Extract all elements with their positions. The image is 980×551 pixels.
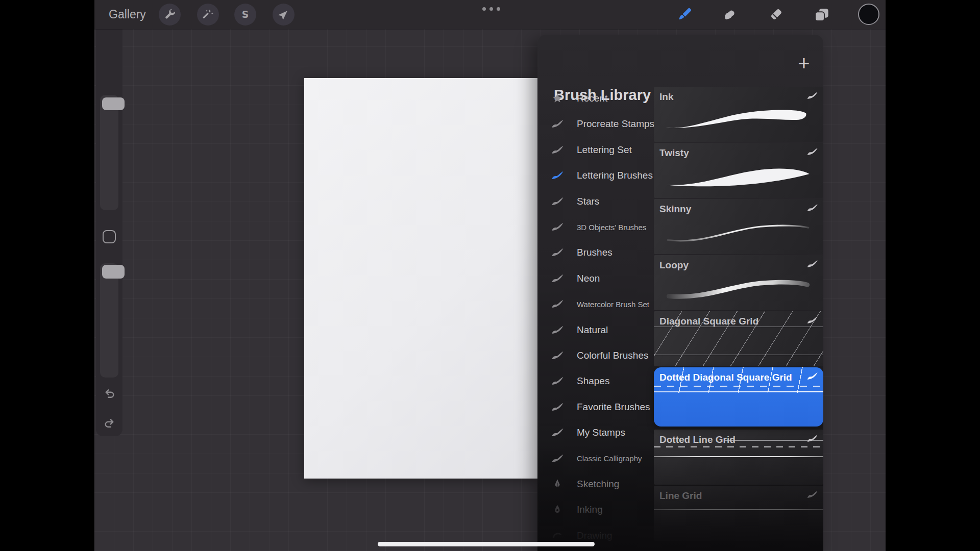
procreate-app: Gallery S [94,0,886,551]
brush-set-label: Favorite Brushes [577,402,650,413]
brush-set-label: My Stamps [577,427,625,438]
brush-set-swoosh-icon [551,298,564,310]
brush-name: Skinny [659,204,691,215]
brush-set-item[interactable]: Watercolor Brush Set [537,291,653,317]
brush-opacity-slider[interactable] [100,263,118,378]
wrench-button[interactable] [159,4,181,26]
pen-nib-icon [551,504,564,516]
brush-swoosh-icon [806,259,818,269]
side-controls [96,29,122,436]
brush-set-label: Lettering Brushes [577,170,653,181]
active-color-swatch[interactable] [858,4,879,25]
eraser-icon [767,6,785,23]
brush-set-item[interactable]: My Stamps [537,420,653,445]
drawing-canvas[interactable] [304,78,537,479]
brush-swoosh-icon [806,315,818,325]
brush-set-item[interactable]: Favorite Brushes [537,394,653,420]
brush-swoosh-icon [806,371,818,382]
brush-set-label: Natural [577,324,608,336]
brush-set-item[interactable]: Recent [537,86,653,111]
brush-swoosh-icon [806,146,818,157]
curve-icon [551,530,564,542]
brush-name: Dotted Line Grid [659,434,736,445]
brush-set-swoosh-icon [551,375,564,387]
brush-stroke-preview [662,267,815,307]
modify-button[interactable] [103,230,116,243]
brush-set-swoosh-icon [551,453,564,465]
brush-item[interactable]: Skinny [654,199,823,254]
brush-item[interactable]: Ink [654,87,823,142]
brush-set-label: Inking [577,504,603,515]
brush-set-swoosh-icon [551,427,564,439]
gallery-button[interactable]: Gallery [109,0,146,29]
brush-set-label: Shapes [577,375,609,387]
brush-set-item[interactable]: Brushes [537,240,653,265]
brush-set-item[interactable]: Sketching [537,471,653,497]
wrench-icon [163,8,176,21]
brush-set-item[interactable]: Natural [537,317,653,343]
brush-set-swoosh-icon [551,272,564,285]
brush-set-swoosh-icon [551,144,564,156]
brush-item[interactable]: Line Grid [654,486,823,541]
brush-set-item[interactable]: Lettering Brushes [537,163,653,188]
brush-swoosh-icon [806,90,818,101]
redo-icon [103,416,116,430]
brush-opacity-slider-thumb[interactable] [102,265,125,279]
brush-set-swoosh-icon [551,401,564,413]
brush-swoosh-icon [806,433,818,444]
star-icon [551,92,564,105]
brush-set-item[interactable]: Stars [537,189,653,214]
transform-arrow-icon [277,8,290,21]
brush-item[interactable]: Dotted Line Grid [654,430,823,485]
undo-button[interactable] [103,386,116,400]
magic-wand-button[interactable] [197,4,219,26]
redo-button[interactable] [103,416,116,430]
brush-set-label: Drawing [577,530,612,541]
screenshot-root: Gallery S [0,0,980,551]
brush-stroke-preview [662,155,815,195]
brush-set-item[interactable]: Lettering Set [537,137,653,163]
transform-arrow-button[interactable] [273,4,295,26]
brush-set-label: Brushes [577,247,612,258]
brush-name: Ink [659,91,673,103]
add-brush-button[interactable]: + [791,50,817,77]
brush-item[interactable]: Diagonal Square Grid [654,311,823,366]
brush-set-label: Lettering Set [577,144,632,156]
magic-wand-icon [202,8,214,21]
brush-set-item[interactable]: Inking [537,497,653,522]
brush-set-swoosh-icon [551,221,564,233]
brush-set-item[interactable]: Shapes [537,368,653,394]
layers-icon [813,6,830,23]
undo-icon [103,386,116,400]
home-indicator[interactable] [378,542,595,546]
paint-brush-button[interactable] [675,5,694,24]
selection-s-button[interactable]: S [234,4,256,26]
brush-swoosh-icon [806,489,818,500]
brush-item[interactable]: Twisty [654,143,823,198]
brush-set-swoosh-icon [551,324,564,336]
layers-button[interactable] [812,5,831,24]
smudge-finger-icon [721,6,739,23]
eraser-button[interactable] [766,5,786,24]
brush-set-item[interactable]: Colorful Brushes [537,343,653,368]
brush-size-slider[interactable] [100,95,118,210]
selection-s-icon: S [239,8,252,21]
brush-name: Twisty [659,147,689,159]
smudge-finger-button[interactable] [720,5,740,24]
svg-text:S: S [242,9,249,20]
brush-size-slider-thumb[interactable] [102,97,125,110]
brush-set-item[interactable]: 3D Objects' Brushes [537,214,653,240]
brush-set-item[interactable]: Classic Calligraphy [537,446,653,471]
brush-item[interactable]: Dotted Diagonal Square Grid [654,367,823,427]
brush-item[interactable]: Loopy [654,255,823,310]
brush-set-item[interactable]: Procreate Stamps [537,111,653,137]
brush-set-label: Classic Calligraphy [577,454,642,463]
brush-set-label: Sketching [577,479,619,490]
brush-set-label: Recent [577,93,607,104]
paint-brush-icon [676,6,693,23]
brush-set-label: Neon [577,273,600,284]
brush-set-item[interactable]: Neon [537,266,653,291]
ellipsis-icon[interactable] [479,5,503,12]
brush-set-label: Watercolor Brush Set [577,300,649,309]
brush-stroke-preview [662,99,815,139]
